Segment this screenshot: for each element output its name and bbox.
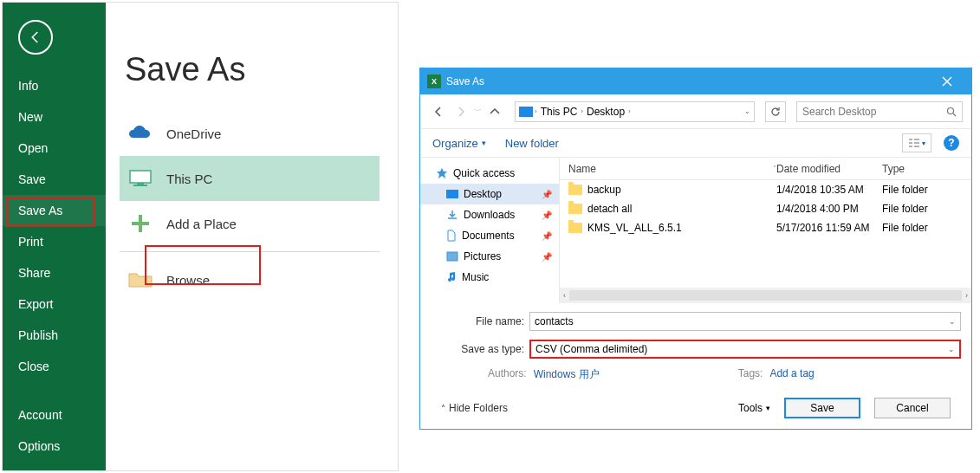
recent-dropdown-icon[interactable]: ﹀ [474,106,482,117]
scroll-right-icon[interactable]: › [965,291,968,300]
sidebar-item-export[interactable]: Export [3,288,106,320]
saveas-type-dropdown[interactable]: CSV (Comma delimited) ⌄ [529,340,961,359]
filename-input[interactable]: contacts ⌄ [529,312,961,331]
dialog-nav-bar: ﹀ › This PC › Desktop › ⌄ Search Desktop [420,94,971,129]
excel-backstage: Info New Open Save Save As Print Share E… [2,2,399,471]
location-browse[interactable]: Browse [120,257,380,302]
file-row[interactable]: KMS_VL_ALL_6.5.1 5/17/2016 11:59 AM File… [560,218,971,237]
file-rows: backup 1/4/2018 10:35 AM File folder det… [560,180,971,288]
saveas-type-value: CSV (Comma delimited) [535,343,647,355]
left-arrow-icon [432,105,445,119]
page-title: Save As [120,51,398,88]
tree-documents[interactable]: Documents 📌 [420,225,559,246]
back-button[interactable] [18,20,53,55]
up-arrow-icon [488,105,502,119]
location-label: Browse [166,273,210,288]
dialog-body: Quick access Desktop 📌 Downloads 📌 Docum… [420,157,971,303]
pin-icon: 📌 [542,252,552,262]
tree-music[interactable]: Music [420,267,559,288]
tools-dropdown[interactable]: Tools ▾ [738,402,770,414]
column-type[interactable]: Type [882,163,971,175]
chevron-down-icon[interactable]: ⌄ [744,107,750,115]
add-place-icon [127,210,154,237]
refresh-icon [770,107,781,117]
location-this-pc[interactable]: This PC [120,156,380,201]
nav-back-button[interactable] [429,102,448,121]
nav-up-button[interactable] [485,102,504,121]
svg-rect-16 [447,252,458,261]
hide-folders-label: Hide Folders [449,402,508,414]
sidebar-item-share[interactable]: Share [3,257,106,288]
file-type: File folder [882,184,971,196]
location-add-place[interactable]: Add a Place [120,201,380,246]
tags-label: Tags: [738,367,763,382]
new-folder-button[interactable]: New folder [505,137,559,150]
sidebar-item-info[interactable]: Info [3,70,106,101]
sidebar-item-options[interactable]: Options [3,431,106,462]
sidebar-item-print[interactable]: Print [3,226,106,257]
sidebar-item-new[interactable]: New [3,101,106,133]
column-name[interactable]: Name˄ [560,163,776,175]
dialog-titlebar[interactable]: X Save As [420,68,971,94]
svg-rect-2 [133,185,147,186]
save-button[interactable]: Save [784,398,860,418]
dialog-title-text: Save As [446,75,484,87]
column-date[interactable]: Date modified [776,163,882,175]
search-placeholder: Search Desktop [802,106,876,118]
svg-rect-0 [130,171,151,183]
sidebar-item-open[interactable]: Open [3,133,106,164]
close-button[interactable] [930,72,964,91]
sidebar-item-save[interactable]: Save [3,164,106,195]
search-input[interactable]: Search Desktop [796,101,963,122]
sidebar-item-account[interactable]: Account [3,399,106,431]
location-onedrive[interactable]: OneDrive [120,111,380,156]
onedrive-icon [127,120,154,147]
backstage-content: Save As OneDrive This PC Add a Place Br [106,3,398,470]
svg-rect-4 [132,222,149,225]
scroll-left-icon[interactable]: ‹ [563,291,566,300]
location-label: Add a Place [166,217,237,231]
sidebar-item-save-as[interactable]: Save As [3,195,106,226]
file-pane: Name˄ Date modified Type backup 1/4/2018… [559,158,971,303]
sidebar-item-close[interactable]: Close [3,351,106,382]
close-icon [942,76,952,87]
file-row[interactable]: detach all 1/4/2018 4:00 PM File folder [560,199,971,218]
tree-label: Desktop [464,188,502,200]
chevron-down-icon: ▾ [482,139,486,147]
authors-value[interactable]: Windows 用户 [534,367,600,382]
sidebar-item-publish[interactable]: Publish [3,320,106,351]
nav-forward-button[interactable] [451,102,471,121]
svg-line-8 [953,113,956,116]
organize-button[interactable]: Organize ▾ [432,137,486,150]
tree-pictures[interactable]: Pictures 📌 [420,246,559,267]
file-date: 1/4/2018 10:35 AM [776,184,882,196]
address-bar[interactable]: › This PC › Desktop › ⌄ [515,101,755,122]
help-button[interactable]: ? [944,135,959,151]
location-label: OneDrive [166,126,221,141]
excel-app-icon: X [427,75,441,88]
tree-quick-access[interactable]: Quick access [420,163,559,184]
tree-downloads[interactable]: Downloads 📌 [420,204,559,225]
chevron-down-icon[interactable]: ⌄ [949,317,956,326]
folder-icon [568,223,582,233]
cancel-button[interactable]: Cancel [874,398,951,418]
view-button[interactable]: ▾ [902,133,931,152]
refresh-button[interactable] [765,101,786,122]
hide-folders-button[interactable]: ˄ Hide Folders [441,402,508,414]
breadcrumb-segment[interactable]: Desktop [585,106,626,118]
file-name: KMS_VL_ALL_6.5.1 [587,222,682,234]
chevron-down-icon: ▾ [766,404,770,412]
chevron-right-icon: › [581,107,583,115]
this-pc-icon [127,165,154,192]
file-row[interactable]: backup 1/4/2018 10:35 AM File folder [560,180,971,199]
new-folder-label: New folder [505,137,559,150]
chevron-down-icon[interactable]: ⌄ [948,345,955,353]
horizontal-scrollbar[interactable]: ‹› [560,288,971,303]
column-headers: Name˄ Date modified Type [560,158,971,180]
tree-desktop[interactable]: Desktop 📌 [420,184,559,204]
divider [120,251,380,252]
organize-label: Organize [432,137,478,150]
tags-value[interactable]: Add a tag [769,367,814,382]
file-type: File folder [882,203,971,215]
breadcrumb-segment[interactable]: This PC [539,106,580,118]
